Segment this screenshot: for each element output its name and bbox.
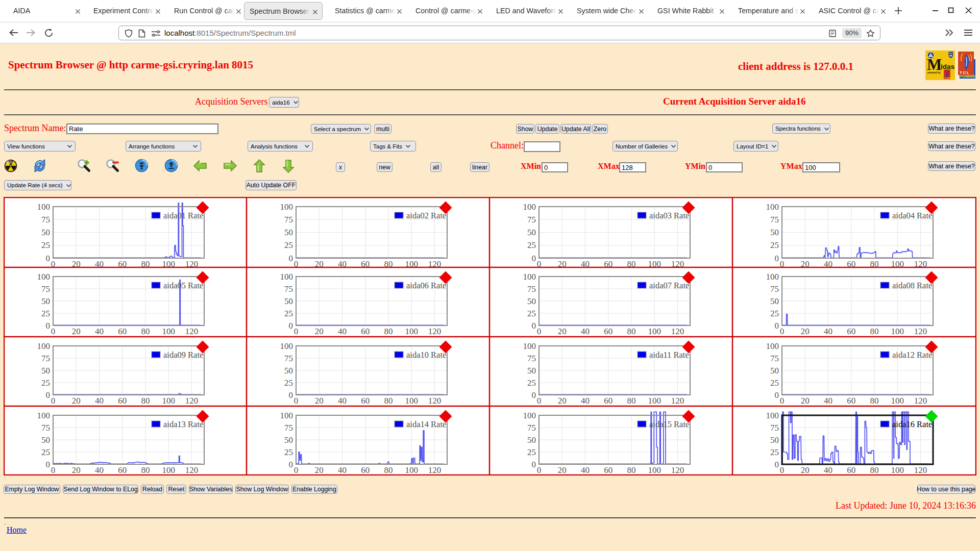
svg-text:40: 40 bbox=[338, 396, 347, 406]
svg-text:0: 0 bbox=[537, 396, 542, 406]
svg-text:40: 40 bbox=[581, 465, 590, 475]
svg-text:100: 100 bbox=[405, 327, 418, 336]
svg-text:25: 25 bbox=[41, 309, 50, 318]
svg-text:20: 20 bbox=[315, 396, 324, 406]
svg-text:25: 25 bbox=[284, 378, 293, 388]
svg-text:powered by: powered by bbox=[927, 71, 941, 74]
svg-text:0: 0 bbox=[289, 390, 293, 400]
svg-text:25: 25 bbox=[527, 240, 536, 250]
svg-text:0: 0 bbox=[537, 465, 542, 475]
svg-text:60: 60 bbox=[361, 327, 370, 336]
svg-text:60: 60 bbox=[118, 327, 127, 336]
svg-text:100: 100 bbox=[891, 465, 904, 475]
svg-text:100: 100 bbox=[405, 396, 418, 406]
svg-text:aida13 Rate: aida13 Rate bbox=[163, 419, 203, 429]
svg-text:60: 60 bbox=[847, 465, 855, 475]
svg-text:80: 80 bbox=[627, 465, 636, 475]
svg-text:120: 120 bbox=[428, 396, 442, 406]
svg-text:60: 60 bbox=[847, 396, 855, 406]
svg-text:100: 100 bbox=[523, 341, 536, 351]
svg-text:100: 100 bbox=[766, 202, 779, 212]
svg-text:POWERED: POWERED bbox=[945, 77, 954, 79]
svg-text:0: 0 bbox=[46, 390, 51, 400]
svg-text:aida02 Rate: aida02 Rate bbox=[406, 211, 446, 220]
svg-text:aida14 Rate: aida14 Rate bbox=[406, 419, 446, 429]
svg-text:50: 50 bbox=[527, 296, 536, 306]
svg-text:100: 100 bbox=[648, 396, 661, 406]
svg-text:40: 40 bbox=[824, 327, 832, 336]
svg-text:aida06 Rate: aida06 Rate bbox=[406, 281, 446, 290]
svg-text:75: 75 bbox=[284, 354, 293, 363]
svg-text:0: 0 bbox=[532, 254, 536, 263]
svg-text:100: 100 bbox=[523, 272, 536, 282]
svg-text:50: 50 bbox=[770, 296, 779, 306]
svg-text:40: 40 bbox=[338, 465, 347, 475]
svg-text:80: 80 bbox=[870, 327, 879, 336]
svg-text:POWERED: POWERED bbox=[960, 74, 976, 78]
svg-text:25: 25 bbox=[284, 447, 293, 457]
svg-text:50: 50 bbox=[770, 366, 779, 375]
svg-text:25: 25 bbox=[41, 447, 50, 457]
svg-text:100: 100 bbox=[37, 272, 51, 282]
svg-text:120: 120 bbox=[185, 327, 199, 336]
svg-text:75: 75 bbox=[284, 284, 293, 294]
svg-text:100: 100 bbox=[280, 272, 293, 282]
svg-text:25: 25 bbox=[527, 309, 536, 318]
svg-text:100: 100 bbox=[162, 465, 175, 475]
svg-text:40: 40 bbox=[338, 327, 347, 336]
svg-text:120: 120 bbox=[185, 465, 199, 475]
svg-text:40: 40 bbox=[95, 327, 104, 336]
svg-text:25: 25 bbox=[41, 240, 50, 250]
svg-text:100: 100 bbox=[280, 341, 293, 351]
svg-text:80: 80 bbox=[141, 327, 150, 336]
svg-text:0: 0 bbox=[294, 465, 299, 475]
svg-text:20: 20 bbox=[801, 396, 810, 406]
svg-text:60: 60 bbox=[604, 465, 612, 475]
svg-text:aida05 Rate: aida05 Rate bbox=[163, 281, 203, 290]
svg-text:80: 80 bbox=[870, 396, 879, 406]
svg-text:75: 75 bbox=[527, 284, 536, 294]
svg-text:50: 50 bbox=[41, 228, 50, 237]
svg-text:80: 80 bbox=[384, 327, 393, 336]
svg-text:20: 20 bbox=[801, 465, 810, 475]
svg-text:75: 75 bbox=[527, 423, 536, 433]
svg-text:0: 0 bbox=[532, 321, 536, 331]
svg-text:75: 75 bbox=[770, 354, 779, 363]
svg-text:60: 60 bbox=[847, 327, 855, 336]
svg-text:120: 120 bbox=[428, 465, 442, 475]
svg-text:80: 80 bbox=[141, 465, 150, 475]
svg-text:75: 75 bbox=[770, 423, 779, 433]
svg-text:20: 20 bbox=[72, 396, 81, 406]
svg-text:60: 60 bbox=[361, 396, 370, 406]
svg-text:aida08 Rate: aida08 Rate bbox=[892, 281, 932, 290]
svg-text:0: 0 bbox=[289, 254, 293, 263]
svg-text:50: 50 bbox=[41, 435, 50, 445]
svg-text:100: 100 bbox=[648, 465, 661, 475]
svg-text:100: 100 bbox=[891, 396, 904, 406]
svg-text:0: 0 bbox=[51, 327, 56, 336]
svg-text:25: 25 bbox=[770, 240, 779, 250]
svg-text:80: 80 bbox=[627, 327, 636, 336]
svg-text:100: 100 bbox=[766, 341, 779, 351]
svg-text:100: 100 bbox=[523, 411, 536, 420]
svg-text:120: 120 bbox=[914, 327, 927, 336]
svg-text:120: 120 bbox=[185, 396, 199, 406]
svg-text:40: 40 bbox=[95, 465, 104, 475]
svg-text:0: 0 bbox=[537, 327, 542, 336]
svg-text:120: 120 bbox=[671, 465, 684, 475]
svg-text:100: 100 bbox=[766, 411, 779, 420]
svg-text:120: 120 bbox=[428, 327, 442, 336]
svg-text:120: 120 bbox=[671, 327, 684, 336]
svg-text:20: 20 bbox=[315, 327, 324, 336]
svg-text:40: 40 bbox=[824, 465, 832, 475]
svg-text:aida04 Rate: aida04 Rate bbox=[892, 211, 932, 220]
svg-text:20: 20 bbox=[558, 327, 567, 336]
svg-text:aida15 Rate: aida15 Rate bbox=[649, 419, 689, 429]
svg-text:25: 25 bbox=[527, 447, 536, 457]
svg-text:20: 20 bbox=[72, 327, 81, 336]
svg-text:50: 50 bbox=[527, 366, 536, 375]
svg-text:60: 60 bbox=[118, 396, 127, 406]
svg-text:0: 0 bbox=[51, 396, 56, 406]
svg-text:25: 25 bbox=[284, 309, 293, 318]
svg-text:75: 75 bbox=[41, 423, 50, 433]
